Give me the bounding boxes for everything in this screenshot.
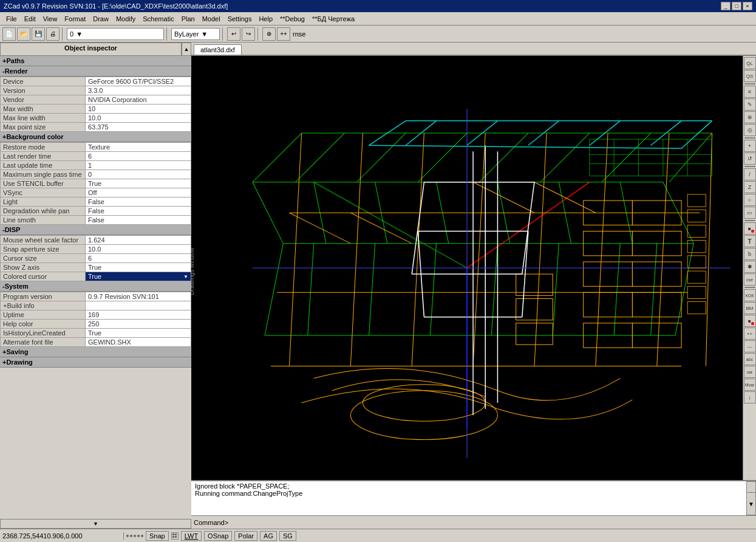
save-button[interactable]: 💾 [32, 27, 45, 41]
inspector-scroll-up[interactable]: ▲ [182, 43, 191, 56]
menu-schematic[interactable]: Schematic [139, 14, 177, 24]
snap2-button[interactable]: ++ [277, 27, 290, 41]
section-paths[interactable]: +Paths [0, 56, 191, 66]
ql-button[interactable]: QL [744, 57, 756, 69]
menu-view[interactable]: View [39, 14, 61, 24]
menu-plan[interactable]: Plan [178, 14, 199, 24]
circle-button[interactable]: ○ [744, 194, 756, 206]
line-button[interactable]: / [744, 168, 756, 180]
menu-format[interactable]: Format [61, 14, 89, 24]
b-button[interactable]: b [744, 248, 756, 260]
prop-uptime: Uptime 169 [1, 310, 191, 320]
prop-progversion: Program version 0.9.7 Revision SVN:101 [1, 292, 191, 301]
lwt-button[interactable]: LWT [181, 531, 202, 541]
menu-model[interactable]: Model [199, 14, 224, 24]
mvar-button[interactable]: Mvar [744, 379, 756, 391]
prop-restoremode: Restore mode Texture [1, 143, 191, 152]
snap-dots [126, 535, 143, 537]
toolbar-sep1 [62, 27, 64, 41]
print-button[interactable]: 🖨 [46, 27, 60, 41]
menu-draw[interactable]: Draw [89, 14, 112, 24]
lwt-label: LWT [185, 532, 198, 540]
prop-cursorsize: Cursor size 6 [1, 254, 191, 263]
minimize-button[interactable]: _ [721, 2, 730, 10]
inspector-scroll-down-btn[interactable]: ▼ [0, 519, 191, 529]
tab-atlant3d[interactable]: atlant3d.dxf [194, 44, 242, 55]
menu-help[interactable]: Help [255, 14, 276, 24]
right-side: atlant3d.dxf Drawings window [191, 43, 756, 529]
menu-modify[interactable]: Modify [112, 14, 139, 24]
object-inspector-header[interactable]: Object inspector [0, 43, 182, 56]
T-button[interactable]: T [744, 235, 756, 247]
inspector-scroll[interactable]: +Paths -Render Device GeForce 9600 GT/PC… [0, 56, 191, 519]
layers-button[interactable]: ≡ [744, 86, 756, 98]
maximize-button[interactable]: □ [732, 2, 741, 10]
prop-light: Light False [1, 197, 191, 207]
z-button[interactable]: Z [744, 181, 756, 193]
command-area: Ignored block *PAPER_SPACE; Running comm… [191, 480, 756, 529]
scroll-bottom-button[interactable]: ↓ [744, 391, 756, 403]
qs-button[interactable]: QS [744, 70, 756, 82]
prop-maxlinewidth: Max line width 10.0 [1, 114, 191, 123]
red1-button[interactable]: ■ [744, 222, 756, 235]
osnap-button[interactable]: OSnap [204, 531, 232, 541]
viewport-area: Drawings window [191, 56, 756, 480]
abc-button[interactable]: abc [744, 353, 756, 365]
menu-bd[interactable]: **БД Чертежа [308, 14, 358, 24]
prop-coloredcursor: Colored cursor True ▼ [1, 272, 191, 281]
snap2-button[interactable]: ◎ [744, 124, 756, 136]
kok-button[interactable]: КОК [744, 289, 756, 301]
prop-version: Version 3.3.0 [1, 86, 191, 95]
red2-button[interactable]: ■ [744, 315, 756, 327]
command-input[interactable] [228, 519, 754, 526]
snap-button[interactable]: ⊕ [744, 111, 756, 123]
snap-dot [141, 535, 143, 537]
color-dropdown[interactable]: ByLayer ▼ [171, 28, 220, 40]
color-value: ByLayer [174, 30, 199, 38]
section-disp[interactable]: -DISP [0, 225, 191, 235]
layer-dropdown[interactable]: 0 ▼ [67, 28, 164, 40]
prop-degradation: Degradation while pan False [1, 207, 191, 216]
drawing-viewport[interactable]: Drawings window [191, 56, 743, 480]
polar-button[interactable]: Polar [234, 531, 257, 541]
section-background[interactable]: +Background color [0, 132, 191, 142]
menu-debug[interactable]: **Debug [276, 14, 308, 24]
layer-value: 0 [70, 30, 73, 38]
bm-button[interactable]: BM [744, 302, 756, 314]
snap-button[interactable]: ⊕ [262, 27, 276, 41]
prop-maxpointsize: Max point size 63.375 [1, 123, 191, 132]
close-button[interactable]: × [743, 2, 752, 10]
rect-button[interactable]: ▭ [744, 207, 756, 219]
snap-button[interactable]: Snap [146, 531, 169, 541]
command-scroll-down[interactable]: ▼ [746, 492, 756, 515]
prop-mousescale: Mouse wheel scale factor 1.624 [1, 236, 191, 245]
menu-file[interactable]: File [2, 14, 21, 24]
prop-helpcolor: Help color 250 [1, 320, 191, 329]
ag-button[interactable]: AG [260, 531, 277, 541]
rotate-button[interactable]: ↺ [744, 153, 756, 165]
section-drawing[interactable]: +Drawing [0, 357, 191, 368]
menubar: File Edit View Format Draw Modify Schema… [0, 12, 756, 26]
section-system[interactable]: -System [0, 281, 191, 292]
redo-button[interactable]: ↪ [242, 27, 255, 41]
section-saving[interactable]: +Saving [0, 347, 191, 357]
colored-cursor-dropdown[interactable]: True ▼ [88, 273, 188, 280]
edit-button[interactable]: ✎ [744, 98, 756, 111]
undo-button[interactable]: ↩ [227, 27, 240, 41]
sg-button[interactable]: SG [279, 531, 296, 541]
menu-edit[interactable]: Edit [21, 14, 39, 24]
dash-button[interactable]: --- [744, 340, 756, 352]
section-render[interactable]: -Render [0, 66, 191, 77]
star-button[interactable]: ✱ [744, 261, 756, 273]
command-prompt: Command> [194, 519, 228, 526]
move-button[interactable]: + [744, 140, 756, 152]
snap-grid [171, 532, 179, 540]
status-bar: 2368.725,54410.906,0.000 Snap LWT OSnap … [0, 529, 756, 542]
cse-button[interactable]: сse [744, 273, 756, 286]
pp-button[interactable]: ++ [744, 328, 756, 340]
rtb-sep4 [744, 220, 755, 221]
menu-settings[interactable]: Settings [224, 14, 256, 24]
var-button[interactable]: var [744, 366, 756, 378]
open-button[interactable]: 📂 [17, 27, 30, 41]
new-button[interactable]: 📄 [2, 27, 16, 41]
